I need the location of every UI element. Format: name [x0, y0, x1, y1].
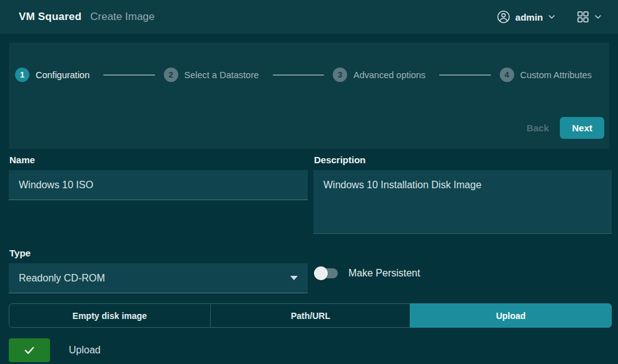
step-label: Advanced options: [353, 70, 425, 80]
step-number-badge: 3: [333, 68, 347, 82]
name-label: Name: [9, 154, 308, 170]
step-number-badge: 2: [164, 68, 178, 82]
next-button[interactable]: Next: [560, 117, 604, 139]
tab-upload[interactable]: Upload: [410, 303, 612, 328]
type-select-value: Readonly CD-ROM: [19, 273, 105, 284]
page-title: Create Image: [90, 11, 154, 23]
step-connector: [103, 74, 154, 76]
app-header: VM Squared Create Image admin: [0, 0, 618, 34]
checkmark-icon: [23, 344, 36, 356]
step-connector: [439, 74, 490, 76]
step-advanced-options[interactable]: 3 Advanced options: [333, 68, 430, 82]
upload-section: Upload: [9, 338, 618, 362]
chevron-down-icon: [594, 13, 602, 21]
user-menu[interactable]: admin: [497, 10, 555, 24]
persistent-field-group: Make Persistent: [313, 248, 612, 293]
make-persistent-toggle[interactable]: [314, 266, 338, 280]
step-number-badge: 4: [500, 68, 514, 82]
tab-path-url[interactable]: Path/URL: [210, 304, 411, 327]
wizard-card: 1 Configuration 2 Select a Datastore 3 A…: [9, 43, 609, 149]
make-persistent-label: Make Persistent: [348, 268, 420, 279]
upload-label: Upload: [69, 345, 101, 356]
image-source-tabs: Empty disk image Path/URL Upload: [9, 303, 612, 328]
app-brand: VM Squared: [19, 11, 81, 23]
step-label: Configuration: [36, 70, 89, 80]
breadcrumb: VM Squared Create Image: [19, 11, 154, 23]
tab-empty-disk-image[interactable]: Empty disk image: [9, 304, 210, 327]
step-connector: [273, 74, 324, 76]
wizard-stepper: 1 Configuration 2 Select a Datastore 3 A…: [15, 68, 597, 82]
type-field-group: Type Readonly CD-ROM: [9, 248, 308, 293]
user-name: admin: [515, 12, 543, 23]
step-custom-attributes[interactable]: 4 Custom Attributes: [500, 68, 597, 82]
chevron-down-icon: [548, 13, 555, 21]
grid-apps-icon: [577, 11, 589, 23]
caret-down-icon: [290, 276, 298, 280]
name-input[interactable]: [9, 170, 308, 200]
step-select-datastore[interactable]: 2 Select a Datastore: [164, 68, 264, 82]
step-number-badge: 1: [15, 68, 29, 82]
configuration-form: Name Description Windows 10 Installation…: [0, 149, 618, 293]
name-field-group: Name: [9, 154, 308, 236]
apps-menu[interactable]: [577, 11, 602, 23]
step-label: Custom Attributes: [520, 70, 592, 80]
type-label: Type: [9, 248, 308, 263]
description-label: Description: [313, 154, 612, 170]
upload-file-button[interactable]: [9, 338, 50, 362]
type-select[interactable]: Readonly CD-ROM: [9, 263, 308, 293]
step-label: Select a Datastore: [185, 70, 259, 80]
step-configuration[interactable]: 1 Configuration: [15, 68, 94, 82]
back-button[interactable]: Back: [527, 123, 549, 133]
toggle-knob: [314, 266, 328, 280]
description-field-group: Description Windows 10 Installation Disk…: [313, 154, 612, 236]
description-input[interactable]: Windows 10 Installation Disk Image: [313, 170, 612, 234]
user-icon: [497, 10, 510, 24]
